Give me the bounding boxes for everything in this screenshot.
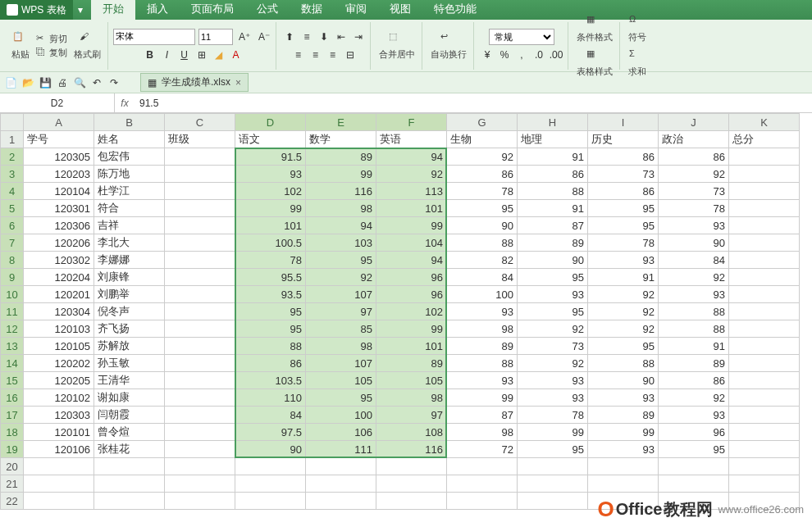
cell-J20[interactable] bbox=[659, 458, 729, 475]
align-middle-button[interactable]: ≡ bbox=[299, 29, 315, 45]
cell-H19[interactable]: 95 bbox=[518, 441, 588, 458]
col-header-F[interactable]: F bbox=[376, 114, 447, 131]
cell-J11[interactable]: 88 bbox=[659, 303, 729, 320]
cell-E2[interactable]: 89 bbox=[306, 148, 376, 166]
cell-D3[interactable]: 93 bbox=[235, 166, 306, 183]
row-header-4[interactable]: 4 bbox=[1, 183, 24, 200]
cell-G10[interactable]: 100 bbox=[447, 286, 518, 303]
cell-E8[interactable]: 95 bbox=[306, 252, 376, 269]
cell-C5[interactable] bbox=[165, 200, 235, 217]
cell-I7[interactable]: 78 bbox=[588, 234, 659, 252]
cell-H18[interactable]: 99 bbox=[518, 424, 588, 441]
col-header-B[interactable]: B bbox=[94, 114, 165, 131]
cell-A19[interactable]: 120106 bbox=[24, 441, 94, 458]
cell-E10[interactable]: 107 bbox=[306, 286, 376, 303]
tab-view[interactable]: 视图 bbox=[378, 0, 422, 20]
cell-J21[interactable] bbox=[659, 475, 729, 493]
cell-B14[interactable]: 孙玉敏 bbox=[94, 355, 165, 372]
row-header-12[interactable]: 12 bbox=[1, 320, 24, 338]
cell-F12[interactable]: 99 bbox=[376, 320, 447, 338]
cell-J4[interactable]: 73 bbox=[659, 183, 729, 200]
cell-I18[interactable]: 99 bbox=[588, 424, 659, 441]
cell-E5[interactable]: 98 bbox=[306, 200, 376, 217]
cell-C16[interactable] bbox=[165, 389, 235, 407]
cell-E15[interactable]: 105 bbox=[306, 372, 376, 389]
cell-J8[interactable]: 84 bbox=[659, 252, 729, 269]
new-file-button[interactable]: 📄 bbox=[3, 75, 18, 90]
cell-I20[interactable] bbox=[588, 458, 659, 475]
cell-I8[interactable]: 93 bbox=[588, 252, 659, 269]
col-header-J[interactable]: J bbox=[659, 114, 729, 131]
tab-data[interactable]: 数据 bbox=[290, 0, 334, 20]
cell-C18[interactable] bbox=[165, 424, 235, 441]
tab-special[interactable]: 特色功能 bbox=[422, 0, 488, 20]
cell-F19[interactable]: 116 bbox=[376, 441, 447, 458]
cell-E22[interactable] bbox=[306, 493, 376, 510]
row-header-5[interactable]: 5 bbox=[1, 200, 24, 217]
cell-F5[interactable]: 101 bbox=[376, 200, 447, 217]
cell-I6[interactable]: 95 bbox=[588, 217, 659, 234]
cell-I15[interactable]: 90 bbox=[588, 372, 659, 389]
cell-A18[interactable]: 120101 bbox=[24, 424, 94, 441]
cell-H21[interactable] bbox=[518, 475, 588, 493]
cell-D2[interactable]: 91.5 bbox=[235, 148, 306, 166]
col-header-G[interactable]: G bbox=[447, 114, 518, 131]
cell-E18[interactable]: 106 bbox=[306, 424, 376, 441]
cell-H13[interactable]: 73 bbox=[518, 338, 588, 355]
increase-font-button[interactable]: A⁺ bbox=[236, 29, 253, 45]
cell-H4[interactable]: 88 bbox=[518, 183, 588, 200]
copy-button[interactable]: ⿻复制 bbox=[36, 47, 67, 59]
cell-K19[interactable] bbox=[729, 441, 800, 458]
merge-center-button[interactable]: ⬚ 合并居中 bbox=[376, 30, 418, 62]
col-header-A[interactable]: A bbox=[24, 114, 94, 131]
cell-J9[interactable]: 92 bbox=[659, 269, 729, 286]
cell-J1[interactable]: 政治 bbox=[659, 131, 729, 148]
cell-K11[interactable] bbox=[729, 303, 800, 320]
row-header-11[interactable]: 11 bbox=[1, 303, 24, 320]
cell-C6[interactable] bbox=[165, 217, 235, 234]
cell-G15[interactable]: 93 bbox=[447, 372, 518, 389]
cell-J13[interactable]: 91 bbox=[659, 338, 729, 355]
row-header-16[interactable]: 16 bbox=[1, 389, 24, 407]
cell-G4[interactable]: 78 bbox=[447, 183, 518, 200]
cell-I10[interactable]: 92 bbox=[588, 286, 659, 303]
cell-B11[interactable]: 倪冬声 bbox=[94, 303, 165, 320]
fx-button[interactable]: fx bbox=[115, 98, 135, 109]
grid[interactable]: ABCDEFGHIJK1学号姓名班级语文数学英语生物地理历史政治总分212030… bbox=[0, 113, 800, 510]
row-header-3[interactable]: 3 bbox=[1, 166, 24, 183]
cell-D21[interactable] bbox=[235, 475, 306, 493]
cell-H7[interactable]: 89 bbox=[518, 234, 588, 252]
cell-F13[interactable]: 101 bbox=[376, 338, 447, 355]
cell-H9[interactable]: 95 bbox=[518, 269, 588, 286]
cell-B9[interactable]: 刘康锋 bbox=[94, 269, 165, 286]
formula-input[interactable]: 91.5 bbox=[135, 98, 812, 109]
cell-J7[interactable]: 90 bbox=[659, 234, 729, 252]
cell-G7[interactable]: 88 bbox=[447, 234, 518, 252]
cell-G14[interactable]: 88 bbox=[447, 355, 518, 372]
cell-A21[interactable] bbox=[24, 475, 94, 493]
cell-C22[interactable] bbox=[165, 493, 235, 510]
tab-layout[interactable]: 页面布局 bbox=[180, 0, 245, 20]
cell-B4[interactable]: 杜学江 bbox=[94, 183, 165, 200]
cell-G5[interactable]: 95 bbox=[447, 200, 518, 217]
cell-H11[interactable]: 95 bbox=[518, 303, 588, 320]
cell-G21[interactable] bbox=[447, 475, 518, 493]
cell-A8[interactable]: 120302 bbox=[24, 252, 94, 269]
cell-B10[interactable]: 刘鹏举 bbox=[94, 286, 165, 303]
print-button[interactable]: 🖨 bbox=[55, 75, 70, 90]
cell-J15[interactable]: 86 bbox=[659, 372, 729, 389]
cell-I13[interactable]: 95 bbox=[588, 338, 659, 355]
cell-E14[interactable]: 107 bbox=[306, 355, 376, 372]
cell-C1[interactable]: 班级 bbox=[165, 131, 235, 148]
cell-J5[interactable]: 78 bbox=[659, 200, 729, 217]
cell-B8[interactable]: 李娜娜 bbox=[94, 252, 165, 269]
col-header-E[interactable]: E bbox=[306, 114, 376, 131]
col-header-D[interactable]: D bbox=[235, 114, 306, 131]
cell-C20[interactable] bbox=[165, 458, 235, 475]
cell-I9[interactable]: 91 bbox=[588, 269, 659, 286]
cell-B22[interactable] bbox=[94, 493, 165, 510]
cell-D20[interactable] bbox=[235, 458, 306, 475]
cell-B18[interactable]: 曾令煊 bbox=[94, 424, 165, 441]
save-button[interactable]: 💾 bbox=[38, 75, 52, 90]
cell-B2[interactable]: 包宏伟 bbox=[94, 148, 165, 166]
